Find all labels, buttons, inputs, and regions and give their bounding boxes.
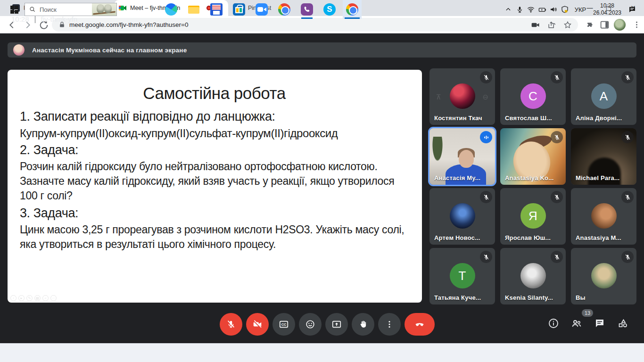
participant-tile[interactable]: ⊼ ⊖ Костянтин Ткач xyxy=(429,68,495,125)
meeting-code: fjv-thmk-yfn xyxy=(41,15,78,23)
mic-off-icon xyxy=(480,71,492,83)
task1-body: Купрум-купрум(ІІ)оксид-купрум(ІІ)сульфат… xyxy=(20,127,409,140)
language-indicator[interactable]: УКР xyxy=(570,6,590,13)
participant-tile[interactable]: А Аліна Дворні... xyxy=(571,68,636,125)
edge-icon[interactable] xyxy=(162,0,181,19)
share-icon[interactable] xyxy=(547,20,556,30)
participants-count-badge: 13 xyxy=(582,309,593,317)
menu-icon[interactable] xyxy=(632,20,642,30)
participant-tile[interactable]: Ksenia Silanty... xyxy=(500,248,566,304)
participant-tile[interactable]: Michael Para... xyxy=(571,128,636,185)
pen-icon[interactable]: ✎ xyxy=(26,295,33,301)
skype-icon[interactable]: S xyxy=(320,0,339,19)
avatar xyxy=(591,203,617,229)
speaking-indicator-icon xyxy=(480,131,492,143)
file-explorer-icon[interactable] xyxy=(184,0,203,19)
slide-controls[interactable]: ‹ ▸ ✎ ▦ ⌕ ⋯ xyxy=(10,295,57,301)
play-icon[interactable]: ▸ xyxy=(18,295,25,301)
participant-name: Anastasiya Ko... xyxy=(505,174,554,181)
grid-icon[interactable]: ▦ xyxy=(34,295,41,301)
chat-button[interactable] xyxy=(593,317,606,330)
end-call-button[interactable] xyxy=(405,313,435,336)
profile-avatar[interactable] xyxy=(614,19,626,31)
captions-button[interactable]: CC xyxy=(272,313,295,336)
participant-name: Костянтин Ткач xyxy=(434,115,482,122)
present-screen-button[interactable] xyxy=(325,313,348,336)
participant-tile[interactable]: Артем Новос... xyxy=(429,188,495,245)
pin-icon[interactable]: ⊼ xyxy=(436,93,441,101)
participant-tile[interactable]: С Святослав Ш... xyxy=(500,68,566,125)
avatar: А xyxy=(591,83,617,109)
action-center-icon[interactable] xyxy=(624,4,640,15)
defender-icon[interactable]: ! xyxy=(559,4,570,15)
presented-slide: Самостійна робота 1. Записати реакції ві… xyxy=(8,70,422,303)
participant-tile[interactable]: Anastasiya Ko... xyxy=(500,128,566,185)
tab-capture-camera-icon[interactable] xyxy=(531,20,540,30)
reactions-button[interactable] xyxy=(299,313,322,336)
participant-name: Anastasiya M... xyxy=(576,234,621,241)
viber-icon[interactable] xyxy=(297,0,316,19)
more-options-button[interactable] xyxy=(378,313,401,336)
camera-off-button[interactable] xyxy=(246,313,269,336)
avatar: С xyxy=(520,83,546,109)
tray-clock[interactable]: 10:28 26.04.2023 xyxy=(590,2,624,16)
avatar: Т xyxy=(450,263,475,288)
prev-slide-icon[interactable]: ‹ xyxy=(10,295,17,301)
task3-body: Цинк масою 3,25 г прореагував з розчином… xyxy=(20,222,409,252)
mic-icon[interactable] xyxy=(514,4,525,15)
address-bar[interactable]: meet.google.com/fjv-thmk-yfn?authuser=0 xyxy=(52,18,578,32)
chevron-up-icon[interactable] xyxy=(503,4,514,15)
info-button[interactable] xyxy=(547,317,560,330)
ms-store-icon[interactable] xyxy=(230,0,248,19)
screen: Робота на уроці. Масова частка ✕ Meet – … xyxy=(0,0,644,362)
participant-name: Ksenia Silanty... xyxy=(505,294,553,301)
volume-icon[interactable] xyxy=(548,4,559,15)
task1-heading: 1. Записати реакції відповідно до ланцюж… xyxy=(20,109,409,124)
star-icon[interactable] xyxy=(563,20,572,30)
more-icon[interactable]: ⋯ xyxy=(50,295,57,301)
avatar: Я xyxy=(520,203,546,229)
participant-tile[interactable]: Т Татьяна Куче... xyxy=(429,248,495,304)
participant-name: Michael Para... xyxy=(576,174,619,181)
mic-off-icon xyxy=(551,71,563,83)
chrome-icon[interactable] xyxy=(275,0,294,19)
meet-panel-buttons xyxy=(547,317,629,330)
zoom-icon[interactable] xyxy=(252,0,271,19)
system-tray: ! УКР 10:28 26.04.2023 xyxy=(503,0,640,19)
participant-name: Святослав Ш... xyxy=(505,115,552,122)
participant-name: Анастасія Му... xyxy=(434,174,480,181)
participant-name: Татьяна Куче... xyxy=(434,294,481,301)
participant-name: Артем Новос... xyxy=(434,234,480,241)
tray-date: 26.04.2023 xyxy=(593,9,621,16)
task2-heading: 2. Задача: xyxy=(20,143,409,157)
avatar xyxy=(450,203,475,229)
side-panel-icon[interactable] xyxy=(600,20,610,30)
presenter-banner: Анастасія Мукмінова сейчас на главном эк… xyxy=(8,42,636,58)
raise-hand-button[interactable] xyxy=(352,313,374,336)
wifi-icon[interactable] xyxy=(525,4,537,15)
activities-button[interactable] xyxy=(616,317,629,330)
taskbar-search[interactable]: Поиск xyxy=(25,3,117,16)
start-button[interactable] xyxy=(5,0,24,19)
zoom-icon[interactable]: ⌕ xyxy=(42,295,49,301)
windows-taskbar xyxy=(0,343,644,362)
participant-tile-self[interactable]: Вы xyxy=(571,248,636,304)
participant-tile-speaking[interactable]: Анастасія Му... xyxy=(429,128,495,185)
avatar xyxy=(450,83,475,109)
tray-time: 10:28 xyxy=(600,2,614,9)
presenter-banner-text: Анастасія Мукмінова сейчас на главном эк… xyxy=(32,47,187,54)
svg-text:CC: CC xyxy=(281,322,287,327)
mic-off-button[interactable] xyxy=(220,313,242,336)
participant-tile[interactable]: Anastasiya M... xyxy=(571,188,636,245)
remove-icon[interactable]: ⊖ xyxy=(482,93,488,101)
floppy-icon[interactable] xyxy=(207,0,226,19)
call-controls: CC xyxy=(220,313,437,336)
profile-badge xyxy=(351,8,357,15)
extensions-icon[interactable] xyxy=(585,20,595,30)
mic-off-icon xyxy=(551,191,563,203)
people-button[interactable] xyxy=(570,317,583,330)
participant-tile[interactable]: Я Ярослав Юш... xyxy=(500,188,566,245)
mic-off-icon xyxy=(621,131,634,143)
chrome-profile-icon[interactable] xyxy=(343,0,362,19)
battery-icon[interactable] xyxy=(537,4,548,15)
